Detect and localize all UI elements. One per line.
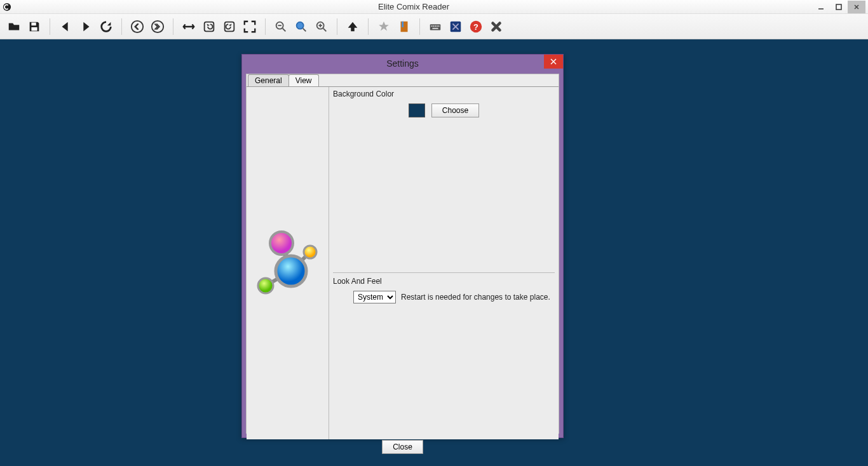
svg-rect-5 [31,22,36,25]
look-and-feel-select[interactable]: System [353,291,396,303]
keyboard-icon[interactable] [426,18,444,36]
reload-icon[interactable] [97,18,115,36]
minimize-button[interactable] [812,1,830,13]
prev-icon[interactable] [57,18,74,36]
content-area: Settings General View [0,39,868,466]
tab-panel-view: Background Color Choose Look And Feel Sy… [247,86,559,439]
star-icon[interactable] [375,18,393,36]
fit-width-icon[interactable] [180,18,198,36]
zoom-fit-icon[interactable] [292,18,310,36]
svg-rect-28 [432,27,438,29]
open-icon[interactable] [5,18,23,36]
toolbar-separator [50,18,50,35]
svg-rect-24 [433,25,434,27]
zoom-out-icon[interactable] [272,18,290,36]
first-icon[interactable] [128,18,146,36]
svg-rect-2 [836,4,841,10]
choose-color-button[interactable]: Choose [431,103,479,117]
close-window-button[interactable] [848,1,865,13]
dialog-tabs: General View [247,74,559,86]
rotate-left-icon[interactable] [200,18,218,36]
settings-right-pane: Background Color Choose Look And Feel Sy… [329,87,559,439]
svg-point-39 [304,246,316,258]
svg-point-38 [276,256,306,286]
exit-icon[interactable] [487,18,505,36]
svg-point-37 [270,232,293,255]
look-and-feel-label: Look And Feel [333,277,555,286]
svg-point-14 [297,22,304,29]
next-icon[interactable] [77,18,95,36]
svg-rect-25 [435,25,436,27]
app-icon [3,3,11,11]
svg-point-7 [132,20,143,32]
up-icon[interactable] [344,18,362,36]
fullscreen-icon[interactable] [241,18,259,36]
svg-line-12 [283,28,286,31]
restart-note: Restart is needed for changes to take pl… [401,293,550,302]
help-icon[interactable]: ? [467,18,485,36]
background-color-label: Background Color [333,90,555,98]
window-controls [812,1,865,13]
svg-rect-23 [431,25,433,27]
toolbar-separator [121,18,122,35]
settings-icon[interactable] [447,18,465,36]
toolbar-separator [173,18,173,35]
look-and-feel-group: Look And Feel System Restart is needed f… [333,272,555,437]
rotate-right-icon[interactable] [220,18,238,36]
background-color-swatch [409,103,425,117]
dialog-titlebar: Settings [242,55,563,72]
svg-rect-21 [402,21,403,27]
toolbar-separator [419,18,420,35]
main-toolbar: ? [0,14,868,39]
dialog-footer: Close [247,439,559,454]
svg-rect-22 [430,24,441,30]
svg-line-17 [323,28,327,31]
svg-point-40 [258,278,273,293]
app-title: Elite Comix Reader [15,2,812,11]
background-color-group: Background Color Choose [333,90,555,270]
tab-general[interactable]: General [248,74,289,86]
toolbar-separator [368,18,369,35]
svg-rect-26 [437,25,438,27]
bookmark-icon[interactable] [395,18,413,36]
svg-text:?: ? [473,22,478,31]
zoom-in-icon[interactable] [313,18,330,36]
toolbar-separator [337,18,337,35]
settings-dialog: Settings General View [241,54,564,438]
save-icon[interactable] [25,18,43,36]
close-dialog-button[interactable]: Close [382,440,423,454]
maximize-button[interactable] [830,1,848,13]
svg-line-15 [303,28,306,31]
settings-illustration-pane [247,87,329,439]
last-icon[interactable] [149,18,166,36]
molecule-icon [250,225,326,302]
dialog-title: Settings [242,58,563,69]
main-titlebar: Elite Comix Reader [0,0,868,14]
svg-rect-6 [31,27,37,30]
dialog-body: General View [246,74,559,434]
dialog-close-button[interactable] [544,55,563,69]
tab-view[interactable]: View [288,74,319,86]
svg-rect-27 [438,25,440,27]
toolbar-separator [265,18,266,35]
svg-rect-20 [401,21,408,32]
